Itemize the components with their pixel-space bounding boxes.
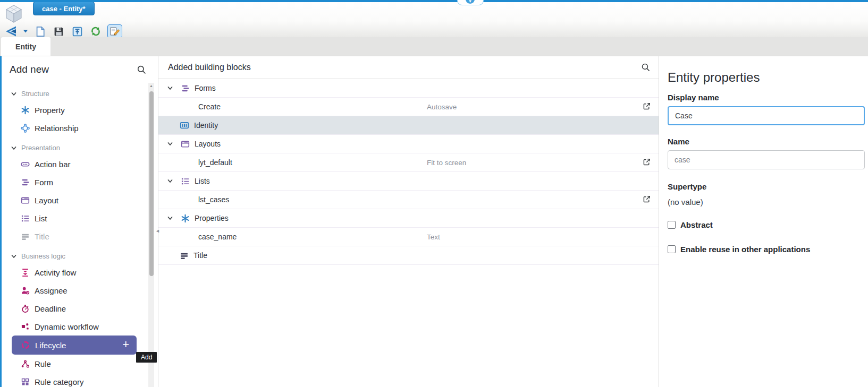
block-label: lst_cases <box>198 195 229 204</box>
tab-entity[interactable]: Entity <box>1 37 50 56</box>
title-icon <box>21 232 30 241</box>
section-label: Presentation <box>21 144 60 152</box>
section-label: Structure <box>21 90 49 98</box>
list-icon <box>21 214 30 223</box>
refresh-button[interactable] <box>89 25 103 38</box>
group-row-forms[interactable]: Forms <box>158 79 659 98</box>
external-link-icon <box>642 158 651 167</box>
sidebar-item-form[interactable]: Form <box>2 173 158 191</box>
sidebar-item-assignee[interactable]: Assignee <box>2 281 158 299</box>
property-icon <box>21 106 30 115</box>
dynamic-workflow-icon <box>21 322 30 331</box>
block-row-lyt-default[interactable]: lyt_default Fit to screen <box>158 153 659 172</box>
list-icon <box>181 177 190 186</box>
scrollbar-up-arrow[interactable]: ▲ <box>148 84 154 88</box>
block-row-create[interactable]: Create Autosave <box>158 98 659 116</box>
import-button[interactable] <box>70 25 84 38</box>
group-label: Forms <box>195 84 216 92</box>
name-field[interactable] <box>668 150 865 169</box>
sidebar-item-label: Activity flow <box>35 268 76 277</box>
studio-logo-icon <box>5 25 18 38</box>
section-business-logic[interactable]: Business logic <box>2 249 158 263</box>
group-row-lists[interactable]: Lists <box>158 172 659 191</box>
tab-strip: Entity <box>0 37 868 56</box>
block-row-title[interactable]: Title <box>158 246 659 265</box>
activity-flow-icon <box>21 268 30 277</box>
group-row-properties[interactable]: Properties <box>158 209 659 228</box>
sidebar-item-label: Dynamic workflow <box>35 322 99 331</box>
search-icon <box>641 63 650 72</box>
open-in-editor-button[interactable] <box>642 158 651 167</box>
sidebar-item-property[interactable]: Property <box>2 101 158 119</box>
new-document-icon <box>35 26 46 37</box>
enable-reuse-checkbox[interactable] <box>668 245 676 253</box>
action-bar-icon <box>21 160 30 169</box>
block-row-case-name[interactable]: case_name Text <box>158 228 659 246</box>
sidebar-item-label: List <box>35 214 47 223</box>
open-in-editor-button[interactable] <box>642 102 651 111</box>
sidebar-item-relationship[interactable]: Relationship <box>2 119 158 137</box>
properties-panel-title: Entity properties <box>668 70 868 85</box>
blocks-search-button[interactable] <box>641 63 650 72</box>
section-presentation[interactable]: Presentation <box>2 141 158 155</box>
add-tooltip: Add <box>136 352 157 363</box>
sidebar-item-label: Form <box>35 178 53 187</box>
block-label: Title <box>193 251 207 260</box>
document-tab[interactable]: case - Entity* <box>33 2 95 15</box>
section-structure[interactable]: Structure <box>2 87 158 101</box>
enable-reuse-label: Enable reuse in other applications <box>680 245 810 254</box>
sidebar-item-label: Title <box>35 232 49 241</box>
chevron-down-icon <box>167 85 173 91</box>
open-in-editor-button[interactable] <box>642 195 651 204</box>
layout-icon <box>181 140 190 149</box>
save-icon <box>53 26 64 37</box>
group-label: Layouts <box>195 140 221 148</box>
rule-icon <box>21 359 30 368</box>
studio-home-button[interactable] <box>4 25 18 38</box>
chevron-down-icon <box>167 178 173 184</box>
sidebar-item-list[interactable]: List <box>2 209 158 227</box>
sidebar-item-action-bar[interactable]: Action bar <box>2 155 158 173</box>
save-button[interactable] <box>52 25 65 38</box>
add-lifecycle-button[interactable]: + <box>122 338 129 351</box>
sidebar-search-button[interactable] <box>137 65 146 74</box>
group-label: Lists <box>195 177 210 185</box>
block-row-lst-cases[interactable]: lst_cases <box>158 191 659 209</box>
caret-down-icon <box>23 30 28 33</box>
new-document-button[interactable] <box>33 25 47 38</box>
sidebar-item-rule-category[interactable]: Rule category <box>2 373 158 387</box>
abstract-label: Abstract <box>680 220 713 229</box>
sidebar-collapse-arrow[interactable]: ◄ <box>155 228 160 234</box>
sidebar-item-layout[interactable]: Layout <box>2 191 158 209</box>
block-label: case_name <box>198 233 237 241</box>
scrollbar-thumb[interactable] <box>149 91 154 276</box>
document-tab-label: case - Entity* <box>42 5 86 13</box>
chevron-down-icon <box>11 91 17 97</box>
property-icon <box>181 214 190 223</box>
sidebar-item-dynamic-workflow[interactable]: Dynamic workflow <box>2 317 158 336</box>
display-name-field[interactable] <box>668 106 865 125</box>
block-row-identity[interactable]: Identity <box>158 116 659 135</box>
rule-category-icon <box>21 377 30 386</box>
abstract-checkbox[interactable] <box>668 221 676 229</box>
sidebar-item-activity-flow[interactable]: Activity flow <box>2 263 158 281</box>
sidebar-item-deadline[interactable]: Deadline <box>2 299 158 317</box>
sidebar-item-rule[interactable]: Rule <box>2 355 158 373</box>
edit-mode-button[interactable] <box>107 24 122 38</box>
tab-entity-label: Entity <box>15 42 36 51</box>
group-row-layouts[interactable]: Layouts <box>158 135 659 153</box>
toolbar-dropdown-caret[interactable] <box>23 30 28 33</box>
app-logo-cube-icon <box>5 4 23 23</box>
chevron-down-icon <box>11 145 17 151</box>
add-new-sidebar: Add new Structure Property Relationship <box>2 56 158 387</box>
block-label: Create <box>198 102 221 111</box>
sidebar-title: Add new <box>10 64 49 75</box>
chevron-down-icon <box>167 141 173 147</box>
block-detail: Autosave <box>427 103 457 111</box>
title-bar: case - Entity* <box>0 2 868 37</box>
title-icon <box>180 251 189 260</box>
sidebar-scrollbar[interactable]: ▲ <box>148 83 154 387</box>
sidebar-item-lifecycle[interactable]: Lifecycle + <box>12 336 137 355</box>
sidebar-item-label: Rule category <box>35 377 84 386</box>
panel-collapse-handle[interactable]: ▾ <box>457 0 484 5</box>
